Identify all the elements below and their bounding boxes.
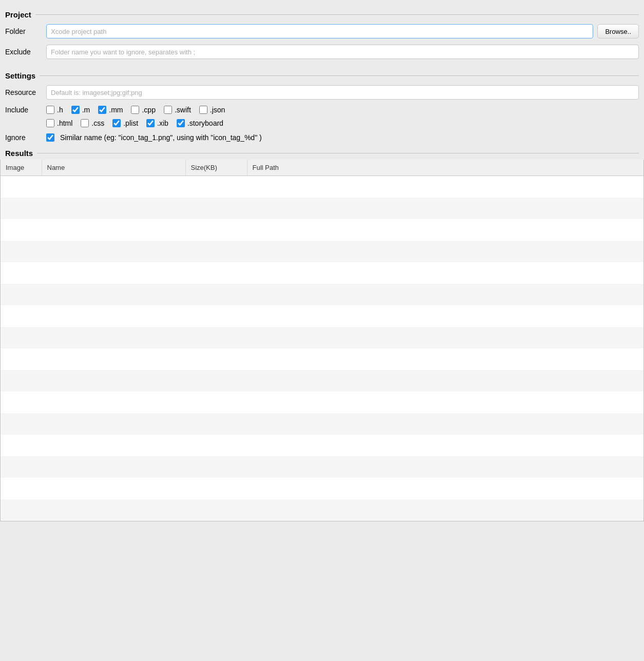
- table-row: [1, 392, 643, 413]
- ignore-checkbox-input[interactable]: [46, 133, 54, 142]
- checkbox-plist-input[interactable]: [112, 119, 121, 127]
- table-row: [1, 219, 643, 241]
- results-tbody: [1, 176, 643, 521]
- checkbox-plist-label: .plist: [123, 119, 138, 127]
- results-header: Results: [0, 147, 644, 160]
- checkbox-css[interactable]: .css: [81, 119, 104, 127]
- checkbox-swift-label: .swift: [175, 106, 191, 114]
- folder-row: Folder Browse..: [0, 21, 644, 42]
- checkbox-storyboard[interactable]: .storyboard: [177, 119, 223, 127]
- results-section: Results Image Name Size(KB) Full Path: [0, 147, 644, 521]
- resource-label: Resource: [5, 88, 46, 96]
- checkbox-xib-label: .xib: [157, 119, 168, 127]
- checkbox-json-input[interactable]: [199, 106, 207, 114]
- table-row: [1, 262, 643, 284]
- checkbox-swift[interactable]: .swift: [164, 106, 191, 114]
- table-row: [1, 456, 643, 478]
- table-row: [1, 241, 643, 262]
- checkbox-plist[interactable]: .plist: [112, 119, 138, 127]
- settings-title: Settings: [5, 71, 35, 80]
- col-header-name: Name: [42, 160, 185, 176]
- table-row: [1, 478, 643, 499]
- checkbox-xib-input[interactable]: [146, 119, 155, 127]
- table-row: [1, 413, 643, 435]
- checkbox-html-label: .html: [57, 119, 72, 127]
- settings-header: Settings: [0, 69, 644, 82]
- checkbox-cpp[interactable]: .cpp: [131, 106, 155, 114]
- checkbox-cpp-label: .cpp: [142, 106, 155, 114]
- table-row: [1, 284, 643, 305]
- table-row: [1, 348, 643, 370]
- results-thead: Image Name Size(KB) Full Path: [1, 160, 643, 176]
- project-divider: [35, 14, 639, 15]
- col-header-image: Image: [1, 160, 42, 176]
- app-container: Project Folder Browse.. Exclude Settings…: [0, 0, 644, 661]
- resource-row: Resource: [0, 82, 644, 103]
- table-row: [1, 305, 643, 327]
- checkbox-json[interactable]: .json: [199, 106, 225, 114]
- checkbox-mm[interactable]: .mm: [98, 106, 123, 114]
- checkbox-mm-label: .mm: [109, 106, 123, 114]
- project-section: Project Folder Browse.. Exclude: [0, 8, 644, 67]
- table-row: [1, 327, 643, 348]
- results-table-container: Image Name Size(KB) Full Path: [0, 160, 644, 521]
- checkbox-html-input[interactable]: [46, 119, 54, 127]
- include-label: Include: [5, 106, 46, 114]
- folder-label: Folder: [5, 27, 46, 35]
- table-row: [1, 198, 643, 219]
- checkbox-storyboard-label: .storyboard: [187, 119, 223, 127]
- ignore-checkbox-item[interactable]: Similar name (eg: "icon_tag_1.png", usin…: [46, 133, 262, 142]
- include-row: Include .h .m .mm: [0, 103, 644, 130]
- col-header-size: Size(KB): [185, 160, 247, 176]
- folder-input[interactable]: [46, 24, 593, 38]
- exclude-row: Exclude: [0, 42, 644, 62]
- checkbox-css-input[interactable]: [81, 119, 89, 127]
- settings-section: Settings Resource Include .h .m: [0, 69, 644, 145]
- checkbox-json-label: .json: [210, 106, 225, 114]
- checkbox-h-input[interactable]: [46, 106, 54, 114]
- results-title: Results: [5, 149, 33, 158]
- results-table: Image Name Size(KB) Full Path: [1, 160, 643, 521]
- checkbox-line-1: .h .m .mm .cpp: [46, 106, 225, 114]
- checkbox-line-2: .html .css .plist .xib: [46, 119, 225, 127]
- results-divider: [37, 153, 639, 153]
- checkbox-html[interactable]: .html: [46, 119, 72, 127]
- exclude-label: Exclude: [5, 48, 46, 56]
- table-row: [1, 176, 643, 198]
- table-row: [1, 370, 643, 392]
- ignore-description: Similar name (eg: "icon_tag_1.png", usin…: [60, 133, 262, 142]
- checkbox-h[interactable]: .h: [46, 106, 63, 114]
- include-checkboxes: .h .m .mm .cpp: [46, 106, 225, 127]
- project-title: Project: [5, 10, 31, 19]
- resource-input[interactable]: [46, 85, 639, 100]
- table-row: [1, 435, 643, 456]
- checkbox-mm-input[interactable]: [98, 106, 106, 114]
- settings-divider: [40, 75, 639, 76]
- checkbox-storyboard-input[interactable]: [177, 119, 185, 127]
- project-header: Project: [0, 8, 644, 21]
- checkbox-m-input[interactable]: [71, 106, 80, 114]
- ignore-label: Ignore: [5, 133, 46, 142]
- checkbox-m[interactable]: .m: [71, 106, 90, 114]
- ignore-row: Ignore Similar name (eg: "icon_tag_1.png…: [0, 130, 644, 145]
- checkbox-m-label: .m: [82, 106, 90, 114]
- exclude-input[interactable]: [46, 45, 639, 59]
- checkbox-xib[interactable]: .xib: [146, 119, 168, 127]
- results-header-row: Image Name Size(KB) Full Path: [1, 160, 643, 176]
- browse-button[interactable]: Browse..: [597, 24, 639, 38]
- checkbox-h-label: .h: [57, 106, 63, 114]
- table-row: [1, 499, 643, 521]
- checkbox-css-label: .css: [91, 119, 104, 127]
- checkbox-swift-input[interactable]: [164, 106, 172, 114]
- col-header-path: Full Path: [247, 160, 643, 176]
- checkbox-cpp-input[interactable]: [131, 106, 139, 114]
